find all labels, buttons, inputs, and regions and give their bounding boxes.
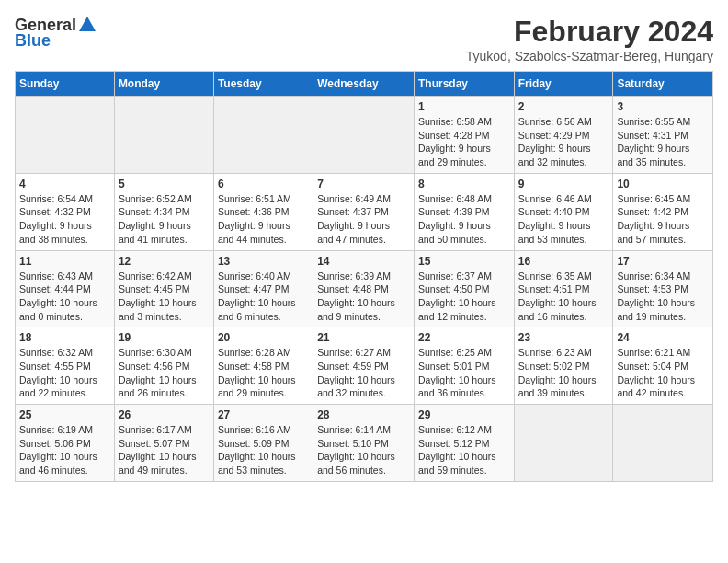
day-number: 26 [119, 408, 210, 421]
day-number: 24 [617, 331, 709, 344]
day-info: Sunrise: 6:19 AM Sunset: 5:06 PM Dayligh… [19, 423, 110, 477]
calendar-cell: 25Sunrise: 6:19 AM Sunset: 5:06 PM Dayli… [16, 405, 115, 482]
calendar-header-sunday: Sunday [16, 72, 115, 97]
calendar-cell: 13Sunrise: 6:40 AM Sunset: 4:47 PM Dayli… [213, 250, 313, 327]
calendar-cell: 21Sunrise: 6:27 AM Sunset: 4:59 PM Dayli… [313, 327, 415, 405]
calendar-week-1: 1Sunrise: 6:58 AM Sunset: 4:28 PM Daylig… [16, 97, 713, 174]
calendar-cell: 2Sunrise: 6:56 AM Sunset: 4:29 PM Daylig… [514, 97, 613, 174]
calendar-cell: 9Sunrise: 6:46 AM Sunset: 4:40 PM Daylig… [514, 173, 613, 250]
day-number: 20 [218, 331, 309, 344]
day-info: Sunrise: 6:23 AM Sunset: 5:02 PM Dayligh… [518, 346, 609, 400]
day-number: 28 [317, 408, 410, 421]
calendar-cell: 19Sunrise: 6:30 AM Sunset: 4:56 PM Dayli… [114, 327, 213, 405]
day-number: 18 [19, 331, 110, 344]
day-number: 1 [418, 100, 510, 113]
day-info: Sunrise: 6:14 AM Sunset: 5:10 PM Dayligh… [317, 423, 410, 477]
day-info: Sunrise: 6:48 AM Sunset: 4:39 PM Dayligh… [418, 192, 510, 247]
day-number: 5 [119, 178, 210, 190]
calendar-table: SundayMondayTuesdayWednesdayThursdayFrid… [15, 71, 713, 482]
day-number: 13 [218, 255, 309, 268]
day-info: Sunrise: 6:55 AM Sunset: 4:31 PM Dayligh… [617, 115, 709, 169]
day-number: 23 [518, 331, 609, 344]
day-info: Sunrise: 6:21 AM Sunset: 5:04 PM Dayligh… [617, 346, 709, 400]
day-info: Sunrise: 6:34 AM Sunset: 4:53 PM Dayligh… [617, 270, 709, 324]
calendar-cell [313, 97, 415, 174]
day-number: 29 [418, 408, 510, 421]
day-number: 21 [317, 331, 410, 344]
calendar-cell [213, 97, 313, 174]
day-info: Sunrise: 6:58 AM Sunset: 4:28 PM Dayligh… [418, 115, 510, 169]
day-number: 11 [19, 255, 110, 268]
header: General Blue February 2024 Tyukod, Szabo… [15, 15, 713, 63]
day-number: 7 [317, 178, 410, 190]
day-number: 3 [617, 100, 709, 113]
calendar-cell: 23Sunrise: 6:23 AM Sunset: 5:02 PM Dayli… [514, 327, 613, 405]
subtitle: Tyukod, Szabolcs-Szatmar-Bereg, Hungary [466, 49, 713, 63]
day-info: Sunrise: 6:49 AM Sunset: 4:37 PM Dayligh… [317, 192, 410, 247]
day-info: Sunrise: 6:30 AM Sunset: 4:56 PM Dayligh… [119, 346, 210, 400]
day-number: 12 [119, 255, 210, 268]
svg-marker-0 [79, 17, 96, 31]
calendar-cell: 4Sunrise: 6:54 AM Sunset: 4:32 PM Daylig… [16, 173, 115, 250]
calendar-cell: 27Sunrise: 6:16 AM Sunset: 5:09 PM Dayli… [213, 405, 313, 482]
calendar-cell: 24Sunrise: 6:21 AM Sunset: 5:04 PM Dayli… [613, 327, 713, 405]
day-number: 2 [518, 100, 609, 113]
day-number: 8 [418, 178, 510, 190]
day-number: 14 [317, 255, 410, 268]
calendar-cell [514, 405, 613, 482]
calendar-cell: 28Sunrise: 6:14 AM Sunset: 5:10 PM Dayli… [313, 405, 415, 482]
calendar-cell: 17Sunrise: 6:34 AM Sunset: 4:53 PM Dayli… [613, 250, 713, 327]
day-number: 16 [518, 255, 609, 268]
day-info: Sunrise: 6:54 AM Sunset: 4:32 PM Dayligh… [19, 192, 110, 247]
calendar-cell [613, 405, 713, 482]
logo-blue-text: Blue [15, 31, 51, 51]
calendar-header-saturday: Saturday [613, 72, 713, 97]
day-info: Sunrise: 6:40 AM Sunset: 4:47 PM Dayligh… [218, 270, 309, 324]
day-info: Sunrise: 6:16 AM Sunset: 5:09 PM Dayligh… [218, 423, 309, 477]
calendar-header-thursday: Thursday [414, 72, 514, 97]
calendar-cell: 12Sunrise: 6:42 AM Sunset: 4:45 PM Dayli… [114, 250, 213, 327]
calendar-cell: 5Sunrise: 6:52 AM Sunset: 4:34 PM Daylig… [114, 173, 213, 250]
calendar-cell: 1Sunrise: 6:58 AM Sunset: 4:28 PM Daylig… [414, 97, 514, 174]
day-info: Sunrise: 6:39 AM Sunset: 4:48 PM Dayligh… [317, 270, 410, 324]
day-info: Sunrise: 6:43 AM Sunset: 4:44 PM Dayligh… [19, 270, 110, 324]
calendar-cell: 16Sunrise: 6:35 AM Sunset: 4:51 PM Dayli… [514, 250, 613, 327]
day-info: Sunrise: 6:27 AM Sunset: 4:59 PM Dayligh… [317, 346, 410, 400]
day-number: 22 [418, 331, 510, 344]
main-title: February 2024 [466, 15, 713, 49]
day-number: 27 [218, 408, 309, 421]
calendar-cell: 10Sunrise: 6:45 AM Sunset: 4:42 PM Dayli… [613, 173, 713, 250]
calendar-cell: 8Sunrise: 6:48 AM Sunset: 4:39 PM Daylig… [414, 173, 514, 250]
day-info: Sunrise: 6:12 AM Sunset: 5:12 PM Dayligh… [418, 423, 510, 477]
day-number: 15 [418, 255, 510, 268]
day-number: 17 [617, 255, 709, 268]
day-info: Sunrise: 6:56 AM Sunset: 4:29 PM Dayligh… [518, 115, 609, 169]
calendar-header-row: SundayMondayTuesdayWednesdayThursdayFrid… [16, 72, 713, 97]
calendar-cell: 11Sunrise: 6:43 AM Sunset: 4:44 PM Dayli… [16, 250, 115, 327]
calendar-header-monday: Monday [114, 72, 213, 97]
calendar-cell: 15Sunrise: 6:37 AM Sunset: 4:50 PM Dayli… [414, 250, 514, 327]
calendar-cell: 6Sunrise: 6:51 AM Sunset: 4:36 PM Daylig… [213, 173, 313, 250]
day-number: 25 [19, 408, 110, 421]
day-number: 6 [218, 178, 309, 190]
day-number: 10 [617, 178, 709, 190]
calendar-week-2: 4Sunrise: 6:54 AM Sunset: 4:32 PM Daylig… [16, 173, 713, 250]
calendar-week-4: 18Sunrise: 6:32 AM Sunset: 4:55 PM Dayli… [16, 327, 713, 405]
day-number: 9 [518, 178, 609, 190]
calendar-cell [16, 97, 115, 174]
calendar-header-wednesday: Wednesday [313, 72, 415, 97]
day-info: Sunrise: 6:17 AM Sunset: 5:07 PM Dayligh… [119, 423, 210, 477]
day-info: Sunrise: 6:37 AM Sunset: 4:50 PM Dayligh… [418, 270, 510, 324]
calendar-cell: 22Sunrise: 6:25 AM Sunset: 5:01 PM Dayli… [414, 327, 514, 405]
day-info: Sunrise: 6:25 AM Sunset: 5:01 PM Dayligh… [418, 346, 510, 400]
title-block: February 2024 Tyukod, Szabolcs-Szatmar-B… [466, 15, 713, 63]
calendar-cell: 14Sunrise: 6:39 AM Sunset: 4:48 PM Dayli… [313, 250, 415, 327]
calendar-header-friday: Friday [514, 72, 613, 97]
day-info: Sunrise: 6:45 AM Sunset: 4:42 PM Dayligh… [617, 192, 709, 247]
calendar-header-tuesday: Tuesday [213, 72, 313, 97]
calendar-week-5: 25Sunrise: 6:19 AM Sunset: 5:06 PM Dayli… [16, 405, 713, 482]
day-number: 19 [119, 331, 210, 344]
day-info: Sunrise: 6:35 AM Sunset: 4:51 PM Dayligh… [518, 270, 609, 324]
calendar-cell: 26Sunrise: 6:17 AM Sunset: 5:07 PM Dayli… [114, 405, 213, 482]
day-info: Sunrise: 6:32 AM Sunset: 4:55 PM Dayligh… [19, 346, 110, 400]
